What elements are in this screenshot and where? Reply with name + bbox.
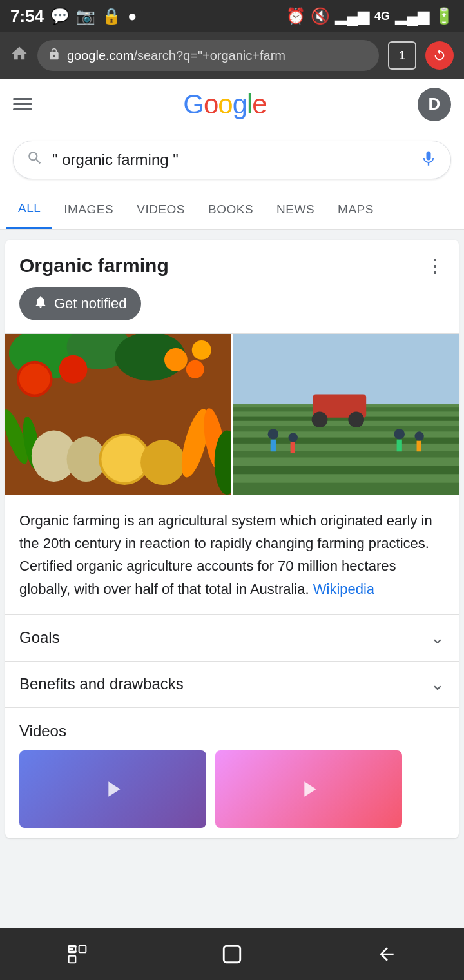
status-left: 7:54 💬 📷 🔒 ●	[10, 6, 137, 26]
mute-icon: 🔇	[311, 7, 330, 25]
network-4g-icon: 4G	[374, 10, 390, 23]
svg-point-31	[348, 411, 364, 427]
get-notified-button[interactable]: Get notified	[19, 287, 141, 320]
bottom-navigation	[0, 928, 464, 980]
url-bar[interactable]: google.com/search?q="+organic+farm	[37, 40, 379, 71]
logo-e: e	[252, 89, 266, 120]
gallery-icon: 📷	[76, 7, 95, 25]
svg-point-32	[267, 429, 278, 439]
svg-point-38	[414, 431, 423, 440]
avatar[interactable]: D	[418, 88, 451, 121]
videos-label: Videos	[19, 722, 445, 740]
svg-point-8	[192, 340, 211, 360]
svg-point-34	[288, 433, 297, 442]
url-text: google.com/search?q="+organic+farm	[67, 48, 285, 63]
svg-point-5	[19, 364, 50, 395]
goals-section[interactable]: Goals ⌄	[5, 614, 459, 661]
svg-rect-35	[290, 442, 295, 453]
svg-point-36	[394, 429, 404, 439]
svg-rect-24	[233, 426, 459, 431]
tab-books[interactable]: BOOKS	[197, 191, 265, 228]
bell-icon	[34, 295, 48, 313]
video-thumb-1[interactable]	[19, 750, 206, 828]
logo-o1: o	[204, 89, 218, 120]
svg-rect-25	[233, 438, 459, 444]
benefits-section[interactable]: Benefits and drawbacks ⌄	[5, 661, 459, 707]
svg-point-15	[101, 436, 148, 482]
get-notified-label: Get notified	[54, 295, 127, 312]
ssl-lock-icon	[48, 48, 61, 64]
goals-label: Goals	[19, 629, 60, 647]
search-query: " organic farming "	[52, 151, 411, 169]
video-thumb-2[interactable]	[215, 750, 402, 828]
nav-back-button[interactable]	[367, 935, 406, 974]
tab-count-button[interactable]: 1	[388, 41, 416, 70]
svg-rect-28	[233, 483, 459, 495]
image-farm-field[interactable]	[233, 334, 459, 495]
svg-rect-37	[396, 440, 401, 452]
search-bar-wrap: " organic farming "	[0, 130, 464, 190]
logo-l: l	[247, 89, 252, 120]
benefits-label: Benefits and drawbacks	[19, 675, 184, 693]
wikipedia-link[interactable]: Wikipedia	[313, 581, 374, 597]
signal-icon-2: ▂▄▆	[395, 7, 429, 25]
image-vegetables[interactable]	[5, 334, 233, 495]
status-bar: 7:54 💬 📷 🔒 ● ⏰ 🔇 ▂▄▆ 4G ▂▄▆ 🔋	[0, 0, 464, 32]
logo-g2: g	[233, 89, 247, 120]
search-bar[interactable]: " organic farming "	[13, 141, 451, 179]
nav-recent-button[interactable]	[58, 935, 97, 974]
more-options-icon[interactable]: ⋮	[425, 254, 445, 277]
tab-count: 1	[399, 49, 405, 63]
browser-home-icon[interactable]	[10, 44, 28, 67]
hamburger-menu[interactable]	[13, 98, 32, 110]
whatsapp-icon: 💬	[50, 7, 70, 25]
kp-title: Organic farming	[19, 255, 169, 277]
search-icon	[26, 150, 43, 171]
address-bar: google.com/search?q="+organic+farm 1	[0, 32, 464, 79]
svg-point-6	[59, 355, 88, 384]
kp-header: Organic farming ⋮	[5, 240, 459, 287]
video-thumbnails	[19, 750, 445, 828]
tab-images[interactable]: IMAGES	[52, 191, 125, 228]
tab-maps[interactable]: MAPS	[326, 191, 385, 228]
svg-rect-26	[233, 451, 459, 457]
battery-icon: 🔋	[434, 7, 454, 25]
nav-home-button[interactable]	[213, 935, 251, 974]
google-logo: Google	[183, 89, 266, 120]
svg-rect-39	[416, 441, 421, 451]
svg-point-16	[140, 440, 186, 485]
tab-all[interactable]: ALL	[6, 190, 52, 229]
svg-point-7	[164, 348, 188, 371]
knowledge-panel: Organic farming ⋮ Get notified	[5, 240, 459, 838]
goals-chevron-icon: ⌄	[430, 628, 445, 648]
logo-o2: o	[218, 89, 232, 120]
tab-videos[interactable]: VIDEOS	[125, 191, 197, 228]
search-tabs: ALL IMAGES VIDEOS BOOKS NEWS MAPS	[0, 190, 464, 230]
kp-description: Organic farming is an agricultural syste…	[5, 495, 459, 614]
knowledge-panel-images	[5, 333, 459, 495]
svg-rect-33	[270, 440, 275, 452]
videos-section: Videos	[5, 707, 459, 838]
svg-point-30	[311, 411, 327, 427]
status-time: 7:54	[10, 6, 44, 26]
benefits-chevron-icon: ⌄	[430, 674, 445, 694]
svg-rect-44	[79, 946, 86, 953]
svg-point-9	[186, 360, 204, 378]
svg-rect-46	[224, 946, 240, 963]
alarm-icon: ⏰	[286, 7, 305, 25]
mic-icon[interactable]	[420, 149, 438, 172]
lock-icon: 🔒	[102, 7, 121, 25]
tab-news[interactable]: NEWS	[265, 191, 326, 228]
update-button[interactable]	[425, 41, 454, 70]
google-header: Google D	[0, 79, 464, 130]
logo-g: G	[183, 89, 204, 120]
status-right: ⏰ 🔇 ▂▄▆ 4G ▂▄▆ 🔋	[286, 7, 454, 25]
signal-icon: ▂▄▆	[335, 7, 369, 25]
svg-rect-27	[233, 466, 459, 474]
dot-indicator: ●	[128, 7, 137, 25]
